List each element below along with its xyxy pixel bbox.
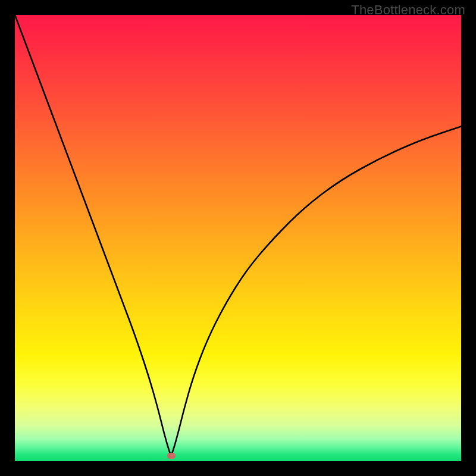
bottleneck-curve (15, 15, 461, 461)
curve-path (15, 15, 461, 455)
optimum-marker (167, 453, 176, 459)
plot-area (15, 15, 461, 461)
chart-stage: TheBottleneck.com (0, 0, 476, 476)
watermark-text: TheBottleneck.com (351, 2, 465, 18)
